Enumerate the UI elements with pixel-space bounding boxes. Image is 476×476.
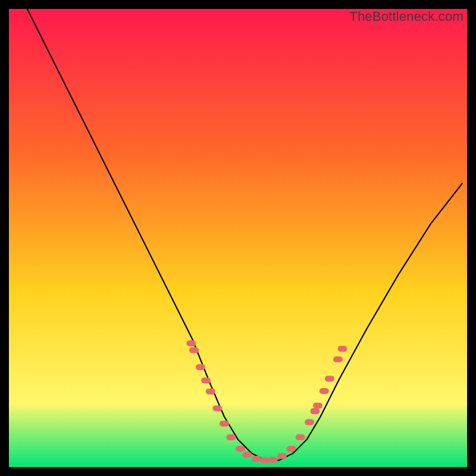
sample-dot xyxy=(296,434,305,440)
sample-dot xyxy=(286,446,296,452)
sample-dot xyxy=(226,434,236,440)
sample-dot xyxy=(338,346,347,352)
sample-dot xyxy=(201,378,211,384)
chart-svg xyxy=(9,9,467,467)
sample-dot xyxy=(206,389,215,394)
sample-dot xyxy=(320,388,329,394)
sample-dot xyxy=(268,457,278,463)
sample-dot xyxy=(333,356,343,362)
gradient-background xyxy=(9,9,467,467)
sample-dot xyxy=(310,408,320,414)
sample-dot xyxy=(325,375,334,381)
chart-frame: TheBottleneck.com xyxy=(9,9,467,467)
sample-dot xyxy=(242,452,252,458)
sample-dot xyxy=(220,421,229,427)
sample-dot xyxy=(187,340,196,346)
sample-dot xyxy=(252,456,261,462)
sample-dot xyxy=(260,458,270,464)
sample-dot xyxy=(236,446,245,452)
sample-dot xyxy=(196,364,205,370)
sample-dot xyxy=(305,419,314,425)
sample-dot xyxy=(313,403,322,409)
sample-dot xyxy=(212,405,222,411)
sample-dot xyxy=(189,347,199,353)
sample-dot xyxy=(277,453,287,459)
watermark-text: TheBottleneck.com xyxy=(349,9,464,24)
